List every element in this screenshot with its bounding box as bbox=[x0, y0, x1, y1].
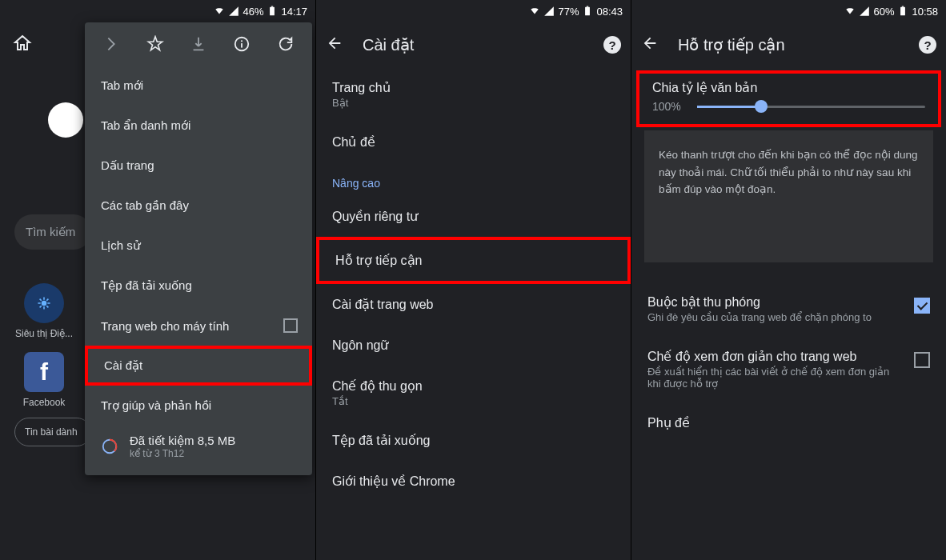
forward-icon[interactable] bbox=[94, 26, 129, 62]
preview-text-card: Kéo thanh trượt cho đến khi bạn có thể đ… bbox=[644, 130, 933, 262]
section-advanced: Nâng cao bbox=[316, 162, 631, 196]
help-icon[interactable]: ? bbox=[919, 36, 936, 54]
menu-data-saver[interactable]: Đã tiết kiệm 8,5 MB kể từ 3 Th12 bbox=[85, 426, 312, 467]
search-input[interactable]: Tìm kiếm bbox=[14, 214, 91, 250]
menu-history[interactable]: Lịch sử bbox=[85, 226, 312, 266]
text-scaling-highlight: Chia tỷ lệ văn bản 100% bbox=[636, 70, 941, 127]
shortcut-1-label: Siêu thị Điệ... bbox=[8, 328, 80, 339]
item-lite-mode[interactable]: Chế độ thu gọn Tắt bbox=[316, 366, 631, 420]
text-scaling-slider[interactable] bbox=[697, 106, 925, 108]
svg-rect-9 bbox=[901, 7, 906, 16]
info-icon[interactable] bbox=[224, 26, 259, 62]
slider-thumb[interactable] bbox=[755, 100, 768, 113]
page-title: Cài đặt bbox=[363, 35, 584, 54]
home-background: Tìm kiếm Siêu thị Điệ... f Facebook Tin … bbox=[0, 22, 88, 560]
screen-settings: 77% 08:43 Cài đặt ? Trang chủ Bật Chủ đề… bbox=[315, 0, 631, 560]
bookmark-star-icon[interactable] bbox=[138, 26, 173, 62]
wifi-icon bbox=[844, 6, 856, 17]
menu-desktop-site[interactable]: Trang web cho máy tính bbox=[85, 306, 312, 346]
signal-icon bbox=[543, 6, 555, 17]
data-saver-icon bbox=[101, 438, 118, 455]
desktop-site-checkbox[interactable] bbox=[283, 318, 298, 333]
shortcut-2-label: Facebook bbox=[8, 397, 80, 408]
simplified-view-checkbox[interactable] bbox=[914, 352, 930, 368]
menu-icon-row bbox=[85, 22, 312, 66]
shortcut-2-icon[interactable]: f bbox=[24, 352, 64, 392]
svg-rect-8 bbox=[587, 6, 588, 7]
item-site-settings[interactable]: Cài đặt trang web bbox=[316, 284, 631, 325]
battery-icon bbox=[267, 6, 278, 17]
signal-icon bbox=[859, 6, 870, 17]
item-about[interactable]: Giới thiệu về Chrome bbox=[316, 461, 631, 502]
svg-rect-0 bbox=[271, 7, 275, 16]
header: Cài đặt ? bbox=[316, 22, 631, 67]
download-icon[interactable] bbox=[181, 26, 216, 62]
wifi-icon bbox=[214, 6, 225, 17]
svg-rect-5 bbox=[241, 43, 243, 48]
battery-percent: 46% bbox=[243, 6, 263, 18]
back-button[interactable] bbox=[641, 34, 659, 55]
item-downloads[interactable]: Tệp đã tải xuống bbox=[316, 420, 631, 461]
menu-new-tab[interactable]: Tab mới bbox=[85, 66, 312, 106]
screen-accessibility: 60% 10:58 Hỗ trợ tiếp cận ? Chia tỷ lệ v… bbox=[631, 0, 946, 560]
item-theme[interactable]: Chủ đề bbox=[316, 122, 631, 162]
text-scaling[interactable]: Chia tỷ lệ văn bản 100% bbox=[639, 74, 938, 124]
menu-bookmarks[interactable]: Dấu trang bbox=[85, 146, 312, 186]
clock: 10:58 bbox=[912, 6, 938, 18]
reload-icon[interactable] bbox=[268, 26, 303, 62]
page-title: Hỗ trợ tiếp cận bbox=[678, 35, 900, 54]
clock: 08:43 bbox=[596, 6, 623, 18]
shortcut-1-icon[interactable] bbox=[24, 283, 64, 323]
battery-icon bbox=[582, 6, 593, 17]
svg-rect-1 bbox=[271, 6, 273, 7]
force-zoom-checkbox[interactable] bbox=[914, 298, 930, 314]
battery-percent: 60% bbox=[873, 6, 894, 18]
slider-value: 100% bbox=[652, 100, 689, 113]
option-force-zoom[interactable]: Buộc bật thu phóng Ghi đè yêu cầu của tr… bbox=[631, 282, 946, 336]
signal-icon bbox=[228, 6, 239, 17]
menu-help[interactable]: Trợ giúp và phản hồi bbox=[85, 386, 312, 426]
menu-recent-tabs[interactable]: Các tab gần đây bbox=[85, 186, 312, 226]
battery-icon bbox=[897, 6, 908, 17]
google-logo bbox=[48, 102, 83, 138]
screen-chrome-home: 46% 14:17 Tìm kiếm Siêu thị Điệ... f Fac… bbox=[0, 0, 315, 560]
status-bar: 46% 14:17 bbox=[0, 0, 315, 22]
item-privacy[interactable]: Quyền riêng tư bbox=[316, 196, 631, 237]
wifi-icon bbox=[529, 6, 540, 17]
help-icon[interactable]: ? bbox=[603, 36, 621, 54]
status-bar: 77% 08:43 bbox=[316, 0, 631, 22]
item-accessibility[interactable]: Hỗ trợ tiếp cận bbox=[316, 237, 631, 284]
status-bar: 60% 10:58 bbox=[631, 0, 946, 22]
menu-downloads[interactable]: Tệp đã tải xuống bbox=[85, 266, 312, 306]
back-button[interactable] bbox=[326, 34, 343, 55]
news-chip[interactable]: Tin bài dành bbox=[14, 418, 91, 446]
svg-rect-10 bbox=[902, 6, 904, 7]
item-language[interactable]: Ngôn ngữ bbox=[316, 325, 631, 366]
menu-incognito[interactable]: Tab ẩn danh mới bbox=[85, 106, 312, 146]
overflow-menu: Tab mới Tab ẩn danh mới Dấu trang Các ta… bbox=[85, 22, 312, 475]
svg-point-2 bbox=[42, 301, 47, 306]
battery-percent: 77% bbox=[558, 6, 579, 18]
svg-point-4 bbox=[241, 40, 243, 42]
header: Hỗ trợ tiếp cận ? bbox=[631, 22, 946, 67]
svg-rect-7 bbox=[586, 7, 591, 16]
item-homepage[interactable]: Trang chủ Bật bbox=[316, 67, 631, 122]
option-simplified-view[interactable]: Chế độ xem đơn giản cho trang web Đề xuấ… bbox=[631, 336, 946, 402]
option-captions[interactable]: Phụ đề bbox=[631, 402, 946, 443]
clock: 14:17 bbox=[281, 6, 307, 18]
menu-settings[interactable]: Cài đặt bbox=[85, 346, 312, 386]
